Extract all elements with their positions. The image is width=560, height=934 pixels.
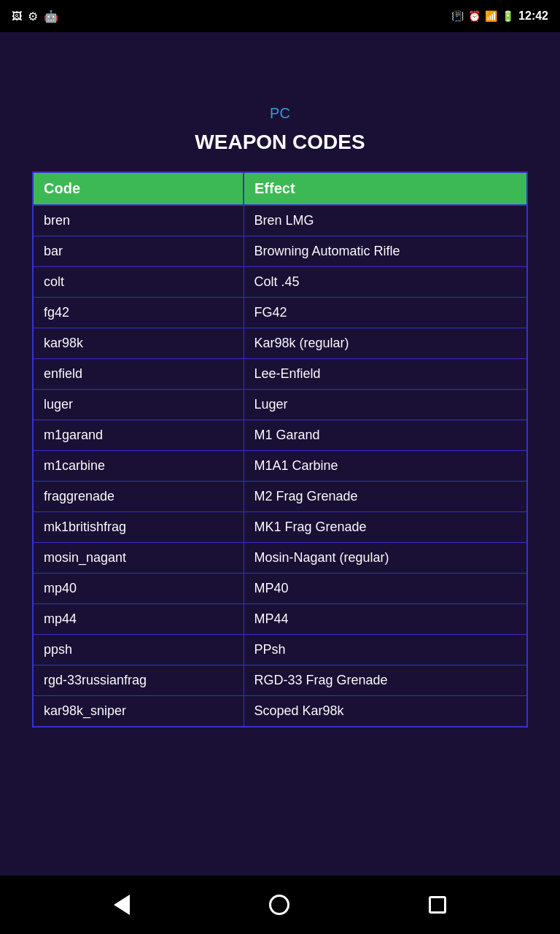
table-row: kar98kKar98k (regular) [33,328,527,359]
cell-code: fg42 [33,298,244,328]
cell-effect: M1A1 Carbine [244,451,527,482]
table-row: ppshPPsh [33,635,527,665]
home-button[interactable] [269,895,289,915]
cell-code: ppsh [33,635,244,665]
back-triangle-icon [114,895,130,915]
cell-effect: Mosin-Nagant (regular) [244,543,527,574]
home-circle-icon [269,895,289,915]
table-row: fraggrenadeM2 Frag Grenade [33,482,527,512]
cell-code: mosin_nagant [33,543,244,574]
android-icon-1: ⚙ [28,9,38,23]
table-row: enfieldLee-Enfield [33,359,527,390]
cell-code: rgd-33russianfrag [33,665,244,696]
recents-square-icon [429,896,446,914]
table-row: fg42FG42 [33,298,527,328]
cell-effect: M1 Garand [244,420,527,451]
cell-effect: MP40 [244,574,527,604]
vibrate-icon: 📳 [451,10,464,22]
table-row: coltColt .45 [33,267,527,298]
table-row: kar98k_sniperScoped Kar98k [33,696,527,727]
clock-display: 12:42 [518,9,548,23]
table-row: rgd-33russianfragRGD-33 Frag Grenade [33,665,527,696]
weapons-table: Code Effect brenBren LMGbarBrowning Auto… [32,171,528,727]
table-row: mp44MP44 [33,604,527,635]
cell-code: fraggrenade [33,482,244,512]
table-row: barBrowning Automatic Rifle [33,236,527,267]
cell-code: m1garand [33,420,244,451]
cell-code: bren [33,205,244,236]
bottom-navigation [0,876,560,934]
cell-effect: MP44 [244,604,527,635]
cell-effect: Lee-Enfield [244,359,527,390]
cell-effect: Luger [244,390,527,420]
column-header-effect: Effect [244,172,527,205]
cell-effect: MK1 Frag Grenade [244,512,527,543]
cell-effect: Scoped Kar98k [244,696,527,727]
cell-effect: M2 Frag Grenade [244,482,527,512]
table-row: brenBren LMG [33,205,527,236]
cell-code: m1carbine [33,451,244,482]
alarm-icon: ⏰ [468,10,481,22]
cell-code: colt [33,267,244,298]
table-row: mosin_nagantMosin-Nagant (regular) [33,543,527,574]
cell-effect: FG42 [244,298,527,328]
cell-code: mk1britishfrag [33,512,244,543]
status-bar: 🖼 ⚙ 🤖 📳 ⏰ 📶 🔋 12:42 [0,0,560,32]
cell-code: bar [33,236,244,267]
cell-effect: RGD-33 Frag Grenade [244,665,527,696]
cell-effect: PPsh [244,635,527,665]
cell-effect: Colt .45 [244,267,527,298]
battery-icon: 🔋 [502,10,514,22]
cell-effect: Bren LMG [244,205,527,236]
table-row: m1carbineM1A1 Carbine [33,451,527,482]
status-icons-left: 🖼 ⚙ 🤖 [12,9,58,23]
platform-label[interactable]: PC [270,105,290,122]
cell-code: mp44 [33,604,244,635]
cell-code: kar98k [33,328,244,359]
cell-code: kar98k_sniper [33,696,244,727]
column-header-code: Code [33,172,244,205]
table-header-row: Code Effect [33,172,527,205]
cell-code: enfield [33,359,244,390]
cell-effect: Browning Automatic Rifle [244,236,527,267]
main-content: PC WEAPON CODES Code Effect brenBren LMG… [0,32,560,876]
table-row: mp40MP40 [33,574,527,604]
cell-code: mp40 [33,574,244,604]
cell-code: luger [33,390,244,420]
cell-effect: Kar98k (regular) [244,328,527,359]
image-icon: 🖼 [12,10,22,22]
signal-icon: 📶 [485,10,497,22]
table-row: mk1britishfragMK1 Frag Grenade [33,512,527,543]
page-title: WEAPON CODES [195,131,365,154]
android-icon-2: 🤖 [44,9,58,23]
table-row: lugerLuger [33,390,527,420]
status-icons-right: 📳 ⏰ 📶 🔋 12:42 [451,9,548,23]
back-button[interactable] [114,895,130,915]
recents-button[interactable] [429,896,446,914]
table-row: m1garandM1 Garand [33,420,527,451]
